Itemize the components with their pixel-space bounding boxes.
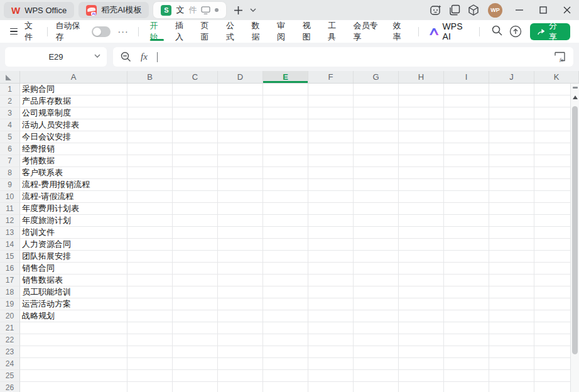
cell-J5[interactable] bbox=[489, 131, 534, 143]
cell-E20[interactable] bbox=[263, 310, 308, 322]
tab-docer-ai-templates[interactable]: AI 稻壳AI模板 bbox=[78, 2, 149, 18]
cell-I23[interactable] bbox=[444, 346, 489, 358]
cell-J21[interactable] bbox=[489, 322, 534, 334]
split-window-button[interactable] bbox=[445, 2, 464, 18]
cell-F7[interactable] bbox=[308, 155, 354, 167]
user-avatar[interactable]: WP bbox=[488, 3, 502, 18]
row-header-23[interactable]: 23 bbox=[0, 346, 20, 358]
cell-C19[interactable] bbox=[173, 298, 218, 310]
cell-C12[interactable] bbox=[173, 215, 218, 227]
cell-F18[interactable] bbox=[308, 286, 354, 298]
row-header-19[interactable]: 19 bbox=[0, 298, 20, 310]
scroll-up-arrow-icon[interactable] bbox=[573, 95, 578, 99]
cell-B25[interactable] bbox=[127, 370, 173, 382]
cell-G9[interactable] bbox=[354, 179, 399, 191]
cell-E19[interactable] bbox=[263, 298, 308, 310]
cell-B26[interactable] bbox=[127, 382, 173, 392]
row-header-10[interactable]: 10 bbox=[0, 191, 20, 203]
cell-H19[interactable] bbox=[399, 298, 444, 310]
cell-G10[interactable] bbox=[354, 191, 399, 203]
ai-assistant-button[interactable] bbox=[426, 2, 445, 18]
cell-A24[interactable] bbox=[20, 358, 127, 370]
column-header-E[interactable]: E bbox=[263, 71, 308, 83]
menu-tab-home[interactable]: 开始 bbox=[144, 20, 170, 43]
menu-tab-view[interactable]: 视图 bbox=[297, 20, 323, 43]
cell-F22[interactable] bbox=[308, 334, 354, 346]
cell-C20[interactable] bbox=[173, 310, 218, 322]
cell-C24[interactable] bbox=[173, 358, 218, 370]
cell-J25[interactable] bbox=[489, 370, 534, 382]
cell-J19[interactable] bbox=[489, 298, 534, 310]
cell-H17[interactable] bbox=[399, 275, 444, 286]
cell-D3[interactable] bbox=[218, 107, 263, 119]
cell-J6[interactable] bbox=[489, 143, 534, 155]
cell-D2[interactable] bbox=[218, 95, 263, 107]
cell-D16[interactable] bbox=[218, 263, 263, 275]
cell-D5[interactable] bbox=[218, 131, 263, 143]
menu-tab-page[interactable]: 页面 bbox=[195, 20, 221, 43]
cell-H12[interactable] bbox=[399, 215, 444, 227]
cell-B18[interactable] bbox=[127, 286, 173, 298]
cell-E11[interactable] bbox=[263, 203, 308, 215]
cell-C5[interactable] bbox=[173, 131, 218, 143]
cell-B20[interactable] bbox=[127, 310, 173, 322]
tab-wps-office[interactable]: W WPS Office bbox=[4, 2, 74, 18]
cell-J1[interactable] bbox=[489, 84, 534, 95]
autosave-toggle[interactable] bbox=[92, 26, 111, 37]
cell-D23[interactable] bbox=[218, 346, 263, 358]
cell-C7[interactable] bbox=[173, 155, 218, 167]
cell-B9[interactable] bbox=[127, 179, 173, 191]
cell-A2[interactable]: 产品库存数据 bbox=[20, 95, 127, 107]
row-header-17[interactable]: 17 bbox=[0, 275, 20, 286]
row-header-6[interactable]: 6 bbox=[0, 143, 20, 155]
cell-C18[interactable] bbox=[173, 286, 218, 298]
cell-B14[interactable] bbox=[127, 239, 173, 251]
cell-E15[interactable] bbox=[263, 251, 308, 263]
cell-J2[interactable] bbox=[489, 95, 534, 107]
cell-G1[interactable] bbox=[354, 84, 399, 95]
cell-D26[interactable] bbox=[218, 382, 263, 392]
cell-E6[interactable] bbox=[263, 143, 308, 155]
fx-icon[interactable]: fx bbox=[141, 52, 148, 62]
cell-name-box[interactable]: E29 bbox=[5, 47, 107, 67]
cell-F6[interactable] bbox=[308, 143, 354, 155]
search-button[interactable] bbox=[485, 25, 509, 38]
cell-E5[interactable] bbox=[263, 131, 308, 143]
cell-H2[interactable] bbox=[399, 95, 444, 107]
row-header-14[interactable]: 14 bbox=[0, 239, 20, 251]
cell-I21[interactable] bbox=[444, 322, 489, 334]
cell-E23[interactable] bbox=[263, 346, 308, 358]
cell-H3[interactable] bbox=[399, 107, 444, 119]
cell-F1[interactable] bbox=[308, 84, 354, 95]
row-header-12[interactable]: 12 bbox=[0, 215, 20, 227]
cell-E1[interactable] bbox=[263, 84, 308, 95]
row-header-15[interactable]: 15 bbox=[0, 251, 20, 263]
cell-B6[interactable] bbox=[127, 143, 173, 155]
cell-H10[interactable] bbox=[399, 191, 444, 203]
cell-I6[interactable] bbox=[444, 143, 489, 155]
cell-J23[interactable] bbox=[489, 346, 534, 358]
cell-E2[interactable] bbox=[263, 95, 308, 107]
cell-F2[interactable] bbox=[308, 95, 354, 107]
cell-D13[interactable] bbox=[218, 227, 263, 239]
cell-J20[interactable] bbox=[489, 310, 534, 322]
row-header-18[interactable]: 18 bbox=[0, 286, 20, 298]
cell-C16[interactable] bbox=[173, 263, 218, 275]
cell-A5[interactable]: 今日会议安排 bbox=[20, 131, 127, 143]
cell-B15[interactable] bbox=[127, 251, 173, 263]
cell-C8[interactable] bbox=[173, 167, 218, 179]
cell-F17[interactable] bbox=[308, 275, 354, 286]
cell-A6[interactable]: 经费报销 bbox=[20, 143, 127, 155]
cell-C26[interactable] bbox=[173, 382, 218, 392]
column-header-G[interactable]: G bbox=[354, 71, 399, 83]
cell-A18[interactable]: 员工职能培训 bbox=[20, 286, 127, 298]
cell-A9[interactable]: 流程-费用报销流程 bbox=[20, 179, 127, 191]
cell-J13[interactable] bbox=[489, 227, 534, 239]
cell-H13[interactable] bbox=[399, 227, 444, 239]
cell-I18[interactable] bbox=[444, 286, 489, 298]
row-header-13[interactable]: 13 bbox=[0, 227, 20, 239]
cell-C21[interactable] bbox=[173, 322, 218, 334]
cell-G19[interactable] bbox=[354, 298, 399, 310]
cell-B3[interactable] bbox=[127, 107, 173, 119]
column-header-K[interactable]: K bbox=[534, 71, 579, 83]
